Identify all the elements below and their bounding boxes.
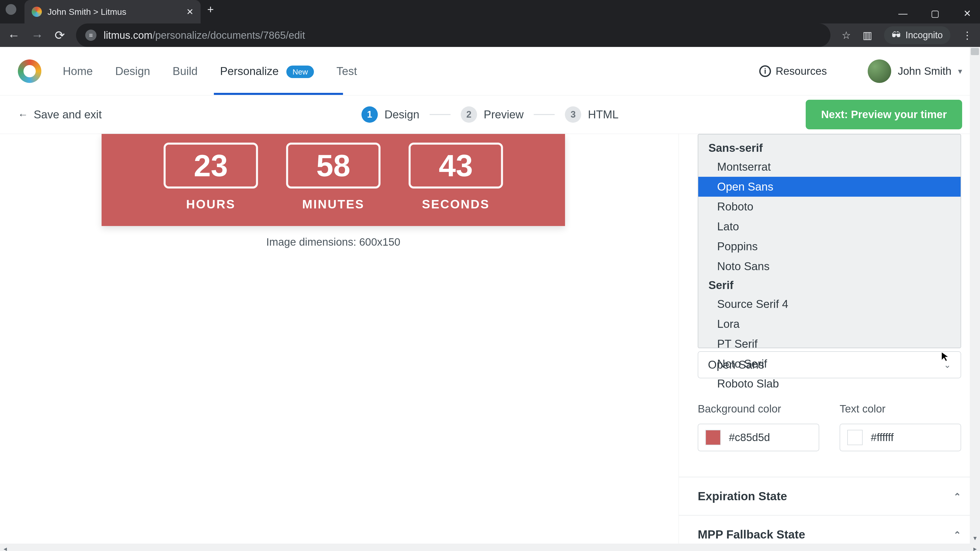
app-logo[interactable] [18, 59, 41, 83]
horizontal-scrollbar[interactable]: ◂ ▸ [0, 544, 980, 551]
reading-list-icon[interactable]: ▥ [862, 29, 872, 41]
font-option-roboto[interactable]: Roboto [698, 197, 961, 217]
next-button[interactable]: Next: Preview your timer [806, 100, 962, 129]
nav-personalize-badge: New [286, 65, 314, 78]
app-topnav: Home Design Build Personalize New Test i… [0, 47, 980, 95]
window-minimize-icon[interactable]: ― [898, 8, 908, 19]
nav-home[interactable]: Home [62, 48, 94, 94]
text-color-label: Text color [840, 403, 961, 415]
window-close-icon[interactable]: ✕ [962, 8, 972, 19]
address-bar[interactable]: ≡ litmus.com/personalize/documents/7865/… [76, 24, 830, 47]
resources-link[interactable]: i Resources [759, 65, 827, 77]
step-2-label: Preview [484, 108, 524, 121]
forward-button: → [31, 28, 43, 42]
tab-title: John Smith > Litmus [48, 7, 126, 17]
tab-search-icon[interactable] [6, 4, 16, 15]
nav-personalize-label: Personalize [220, 65, 279, 77]
chevron-down-icon: ▾ [958, 66, 962, 76]
timer-seconds-value: 43 [409, 143, 503, 189]
font-group-sans-serif: Sans-serif [698, 139, 961, 157]
accordion-expiration-label: Expiration State [698, 489, 787, 503]
back-button[interactable]: ← [8, 28, 20, 42]
app-page: Home Design Build Personalize New Test i… [0, 47, 980, 551]
accordion-fallback-label: MPP Fallback State [698, 527, 805, 541]
timer-hours-value: 23 [164, 143, 258, 189]
bookmark-icon[interactable]: ☆ [842, 29, 851, 41]
user-menu[interactable]: John Smith ▾ [868, 59, 962, 83]
canvas: 23 HOURS 58 MINUTES 43 SECONDS Image dim… [0, 134, 679, 551]
background-color-swatch[interactable] [705, 430, 721, 445]
resources-label: Resources [776, 65, 827, 77]
background-color-label: Background color [698, 403, 819, 415]
url-text: litmus.com/personalize/documents/7865/ed… [103, 30, 305, 41]
timer-hours-label: HOURS [186, 197, 235, 211]
font-option-open-sans[interactable]: Open Sans [698, 177, 961, 197]
vertical-scrollbar[interactable]: ▾ [970, 47, 980, 551]
font-group-serif: Serif [698, 276, 961, 294]
step-preview[interactable]: 2 Preview [461, 106, 524, 123]
timer-minutes-label: MINUTES [302, 197, 364, 211]
save-and-exit-button[interactable]: ← Save and exit [18, 108, 102, 121]
font-option-lato[interactable]: Lato [698, 217, 961, 237]
nav-design[interactable]: Design [114, 48, 151, 94]
accordion-expiration-state[interactable]: Expiration State ⌄ [679, 477, 980, 516]
timer-minutes: 58 MINUTES [286, 143, 380, 211]
browser-tab-active[interactable]: John Smith > Litmus ✕ [24, 0, 200, 24]
site-info-icon[interactable]: ≡ [85, 30, 97, 41]
new-tab-button[interactable]: + [207, 3, 214, 16]
browser-toolbar: ← → ⟳ ≡ litmus.com/personalize/documents… [0, 24, 980, 47]
avatar [868, 59, 891, 83]
user-name: John Smith [898, 65, 951, 77]
image-dimensions-text: Image dimensions: 600x150 [102, 236, 565, 248]
step-separator [534, 114, 555, 115]
chevron-up-icon: ⌄ [953, 491, 961, 502]
step-2-number: 2 [461, 106, 477, 123]
side-panel: Sans-serif Montserrat Open Sans Roboto L… [679, 134, 980, 551]
background-color-field: Background color #c85d5d [698, 403, 819, 451]
step-1-label: Design [384, 108, 419, 121]
scroll-down-arrow[interactable]: ▾ [970, 534, 980, 542]
font-option-poppins[interactable]: Poppins [698, 237, 961, 256]
workspace: 23 HOURS 58 MINUTES 43 SECONDS Image dim… [0, 134, 980, 551]
tab-close-icon[interactable]: ✕ [186, 6, 193, 17]
incognito-icon: 🕶 [892, 30, 901, 41]
font-option-noto-serif[interactable]: Noto Serif [698, 354, 961, 374]
background-color-input[interactable]: #c85d5d [698, 424, 819, 451]
font-option-noto-sans[interactable]: Noto Sans [698, 256, 961, 276]
font-option-lora[interactable]: Lora [698, 314, 961, 334]
browser-menu-icon[interactable]: ⋮ [962, 29, 972, 41]
text-color-field: Text color #ffffff [840, 403, 961, 451]
font-option-montserrat[interactable]: Montserrat [698, 157, 961, 177]
browser-tabstrip: John Smith > Litmus ✕ + ― ▢ ✕ [0, 0, 980, 24]
info-icon: i [759, 65, 771, 77]
scrollbar-thumb[interactable] [971, 48, 979, 55]
nav-build[interactable]: Build [172, 48, 199, 94]
step-3-number: 3 [565, 106, 581, 123]
arrow-left-icon: ← [18, 109, 28, 121]
incognito-badge[interactable]: 🕶 Incognito [884, 26, 950, 44]
accordion: Expiration State ⌄ MPP Fallback State ⌄ [679, 477, 980, 551]
font-option-source-serif-4[interactable]: Source Serif 4 [698, 294, 961, 314]
scroll-right-arrow[interactable]: ▸ [970, 544, 980, 551]
save-exit-label: Save and exit [34, 108, 102, 121]
chevron-up-icon: ⌄ [953, 529, 961, 540]
step-separator [430, 114, 450, 115]
tab-favicon [32, 6, 42, 17]
font-option-roboto-slab[interactable]: Roboto Slab [698, 374, 961, 394]
wizard-steps: 1 Design 2 Preview 3 HTML [361, 106, 618, 123]
timer-preview: 23 HOURS 58 MINUTES 43 SECONDS [102, 134, 565, 226]
text-color-input[interactable]: #ffffff [840, 424, 961, 451]
text-color-swatch[interactable] [847, 430, 862, 445]
font-dropdown-list[interactable]: Sans-serif Montserrat Open Sans Roboto L… [698, 134, 961, 348]
scroll-left-arrow[interactable]: ◂ [0, 544, 10, 551]
font-option-pt-serif[interactable]: PT Serif [698, 334, 961, 354]
timer-seconds-label: SECONDS [422, 197, 490, 211]
step-design[interactable]: 1 Design [361, 106, 419, 123]
step-3-label: HTML [588, 108, 619, 121]
timer-hours: 23 HOURS [164, 143, 258, 211]
window-maximize-icon[interactable]: ▢ [930, 8, 940, 19]
reload-button[interactable]: ⟳ [55, 28, 65, 42]
step-html[interactable]: 3 HTML [565, 106, 619, 123]
nav-test[interactable]: Test [335, 48, 358, 94]
nav-personalize[interactable]: Personalize New [219, 48, 315, 94]
